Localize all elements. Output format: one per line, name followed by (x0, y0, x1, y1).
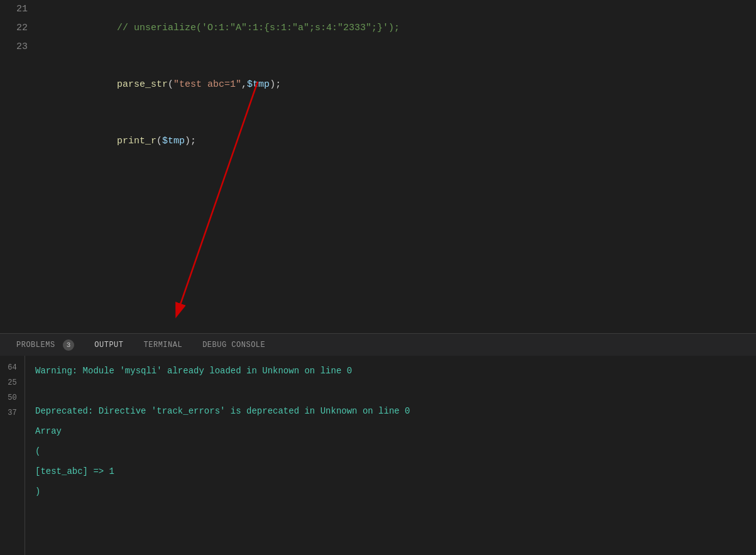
line-number-21: 21 (0, 0, 28, 19)
output-line-warning: Warning: Module 'mysqli' already loaded … (35, 361, 746, 381)
panel-tabs-bar: PROBLEMS 3 OUTPUT TERMINAL DEBUG CONSOLE (0, 333, 756, 356)
sidebar-num-25: 25 (8, 376, 16, 390)
paren-open-22: ( (168, 79, 173, 90)
tab-terminal-label: TERMINAL (144, 341, 183, 349)
function-print-r: print_r (117, 136, 156, 146)
line-number-22: 22 (0, 19, 28, 38)
output-panel-area: 64 25 50 37 Warning: Module 'mysqli' alr… (0, 356, 756, 555)
warning-text: Warning: Module 'mysqli' already loaded … (35, 366, 352, 376)
code-editor[interactable]: // unserialize('O:1:"A":1:{s:1:"a";s:4:"… (38, 0, 756, 333)
test-abc-text: [test_abc] => 1 (35, 466, 114, 476)
output-line-test-abc: [test_abc] => 1 (35, 461, 746, 481)
tab-terminal[interactable]: TERMINAL (134, 336, 193, 354)
output-line-deprecated: Deprecated: Directive 'track_errors' is … (35, 401, 746, 421)
tab-problems-label: PROBLEMS (16, 341, 55, 349)
paren-open-23: ( (156, 136, 162, 146)
function-parse-str: parse_str (117, 79, 168, 90)
sidebar-num-64: 64 (8, 361, 16, 375)
deprecated-text: Deprecated: Directive 'track_errors' is … (35, 406, 410, 416)
paren-close-23: ); (185, 136, 196, 146)
var-tmp-23: $tmp (162, 136, 185, 146)
paren-close-22: ); (270, 79, 281, 90)
whitespace-22 (94, 79, 117, 90)
tab-debug-console[interactable]: DEBUG CONSOLE (192, 336, 275, 354)
editor-area: 21 22 23 // unserialize('O:1:"A":1:{s:1:… (0, 0, 756, 333)
output-panel[interactable]: Warning: Module 'mysqli' already loaded … (25, 356, 756, 552)
paren-open-text: ( (35, 446, 40, 456)
line-number-23: 23 (0, 38, 28, 57)
comma-22: , (241, 79, 247, 90)
var-tmp-22: $tmp (247, 79, 270, 90)
paren-close-text: ) (35, 486, 40, 497)
code-line-23: print_r($tmp); (38, 113, 756, 170)
problems-badge: 3 (63, 339, 74, 351)
comment-21: // unserialize('O:1:"A":1:{s:1:"a";s:4:"… (94, 23, 400, 33)
left-sidebar-numbers: 64 25 50 37 (0, 356, 25, 555)
tab-output-label: OUTPUT (94, 341, 123, 349)
whitespace-23 (94, 136, 117, 146)
tab-problems[interactable]: PROBLEMS 3 (6, 334, 84, 356)
tab-output[interactable]: OUTPUT (84, 336, 133, 354)
output-line-paren-open: ( (35, 441, 746, 461)
tab-debug-console-label: DEBUG CONSOLE (202, 341, 265, 349)
code-line-21: // unserialize('O:1:"A":1:{s:1:"a";s:4:"… (38, 0, 756, 57)
output-line-blank (35, 381, 746, 401)
sidebar-num-37: 37 (8, 406, 16, 420)
sidebar-num-50: 50 (8, 391, 16, 405)
output-line-array: Array (35, 421, 746, 441)
line-numbers: 21 22 23 (0, 0, 38, 333)
array-label: Array (35, 426, 62, 436)
app-container: 21 22 23 // unserialize('O:1:"A":1:{s:1:… (0, 0, 756, 555)
string-param-22: "test abc=1" (173, 79, 241, 90)
output-line-paren-close: ) (35, 481, 746, 502)
code-line-22: parse_str("test abc=1",$tmp); (38, 57, 756, 113)
